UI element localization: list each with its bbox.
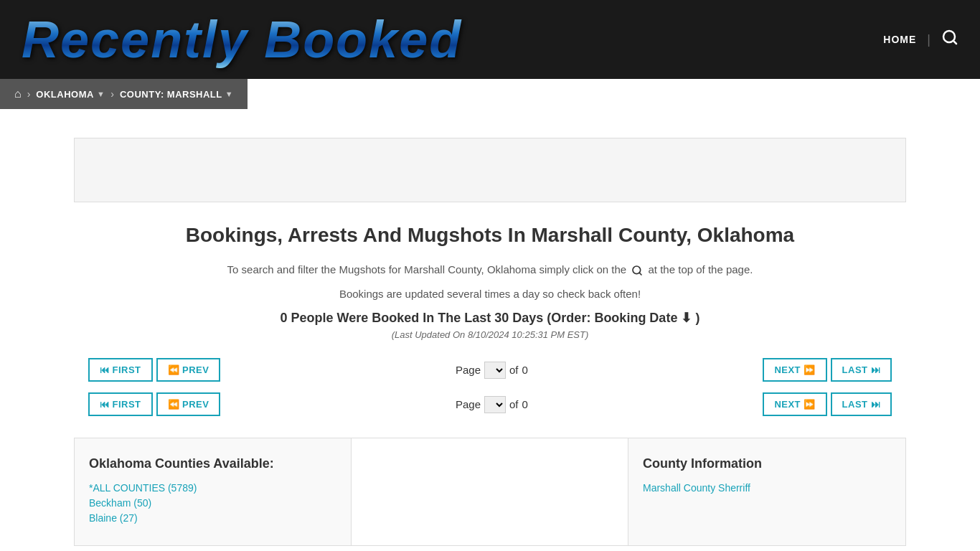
main-content: Bookings, Arrests And Mugshots In Marsha…: [60, 109, 920, 551]
last-icon-top: ⏭: [871, 364, 881, 375]
bottom-sections: Oklahoma Counties Available: *ALL COUNTI…: [74, 438, 906, 546]
prev-icon-top: ⏪: [168, 364, 180, 375]
pagination-top-left: ⏮ FIRST ⏪ PREV: [88, 358, 220, 382]
state-dropdown-arrow: ▼: [97, 90, 105, 98]
pagination-bottom-center: Page of 0: [456, 396, 528, 413]
county-list-item[interactable]: Blaine (27): [89, 512, 336, 524]
pagination-top-right: NEXT ⏩ LAST ⏭: [763, 358, 892, 382]
pagination-top: ⏮ FIRST ⏪ PREV Page of 0 NEXT ⏩ LAST ⏭: [74, 358, 906, 382]
prev-icon-bottom: ⏪: [168, 399, 180, 410]
next-button-top[interactable]: NEXT ⏩: [763, 358, 826, 382]
breadcrumb-home-icon[interactable]: ⌂: [14, 88, 22, 100]
last-button-bottom[interactable]: LAST ⏭: [831, 392, 892, 416]
page-select-bottom[interactable]: [484, 396, 506, 413]
pagination-bottom: ⏮ FIRST ⏪ PREV Page of 0 NEXT ⏩ LAST ⏭: [74, 392, 906, 416]
svg-line-1: [953, 41, 956, 44]
counties-section: Oklahoma Counties Available: *ALL COUNTI…: [75, 438, 352, 545]
last-icon-bottom: ⏭: [871, 399, 881, 410]
breadcrumb-sep-1: ›: [27, 88, 31, 100]
county-list-item[interactable]: *ALL COUNTIES (5789): [89, 482, 336, 494]
pagination-top-center: Page of 0: [456, 362, 528, 379]
home-nav-link[interactable]: HOME: [883, 34, 916, 45]
nav-divider: |: [927, 32, 930, 47]
county-info-title: County Information: [643, 456, 891, 471]
breadcrumb-sep-2: ›: [110, 88, 114, 100]
last-button-top[interactable]: LAST ⏭: [831, 358, 892, 382]
county-dropdown-arrow: ▼: [225, 90, 233, 98]
first-button-top[interactable]: ⏮ FIRST: [88, 358, 153, 382]
first-button-bottom[interactable]: ⏮ FIRST: [88, 392, 153, 416]
page-description-line1: To search and filter the Mugshots for Ma…: [74, 261, 906, 278]
sort-icon[interactable]: ⬇: [681, 311, 692, 325]
prev-button-top[interactable]: ⏪ PREV: [156, 358, 221, 382]
search-inline-icon: [631, 265, 643, 276]
last-updated: (Last Updated On 8/10/2024 10:25:31 PM E…: [74, 329, 906, 340]
middle-section: [352, 438, 628, 545]
county-list-item[interactable]: Beckham (50): [89, 497, 336, 509]
county-info-section: County Information Marshall County Sherr…: [628, 438, 905, 545]
site-logo: Recently Booked: [22, 10, 462, 69]
pagination-bottom-right: NEXT ⏩ LAST ⏭: [763, 392, 892, 416]
counties-list: *ALL COUNTIES (5789)Beckham (50)Blaine (…: [89, 482, 336, 524]
pagination-bottom-left: ⏮ FIRST ⏪ PREV: [88, 392, 220, 416]
next-icon-top: ⏩: [804, 364, 816, 375]
page-description-line2: Bookings are updated several times a day…: [74, 286, 906, 303]
site-header: Recently Booked HOME |: [0, 0, 980, 79]
next-icon-bottom: ⏩: [804, 399, 816, 410]
breadcrumb-state[interactable]: OKLAHOMA ▼: [36, 89, 105, 100]
breadcrumb: ⌂ › OKLAHOMA ▼ › COUNTY: MARSHALL ▼: [0, 79, 248, 109]
search-button[interactable]: [941, 29, 958, 50]
page-select-top[interactable]: [484, 362, 506, 379]
prev-button-bottom[interactable]: ⏪ PREV: [156, 392, 221, 416]
counties-section-title: Oklahoma Counties Available:: [89, 456, 336, 471]
header-nav: HOME |: [883, 29, 958, 50]
first-icon-bottom: ⏮: [100, 399, 110, 410]
svg-line-3: [639, 273, 641, 275]
county-sherriff-link[interactable]: Marshall County Sherriff: [643, 482, 891, 494]
search-icon: [941, 29, 958, 46]
page-title: Bookings, Arrests And Mugshots In Marsha…: [74, 224, 906, 247]
booking-count: 0 People Were Booked In The Last 30 Days…: [74, 310, 906, 326]
ad-banner: [74, 138, 906, 202]
breadcrumb-county[interactable]: COUNTY: MARSHALL ▼: [120, 89, 233, 100]
next-button-bottom[interactable]: NEXT ⏩: [763, 392, 826, 416]
first-icon-top: ⏮: [100, 364, 110, 375]
